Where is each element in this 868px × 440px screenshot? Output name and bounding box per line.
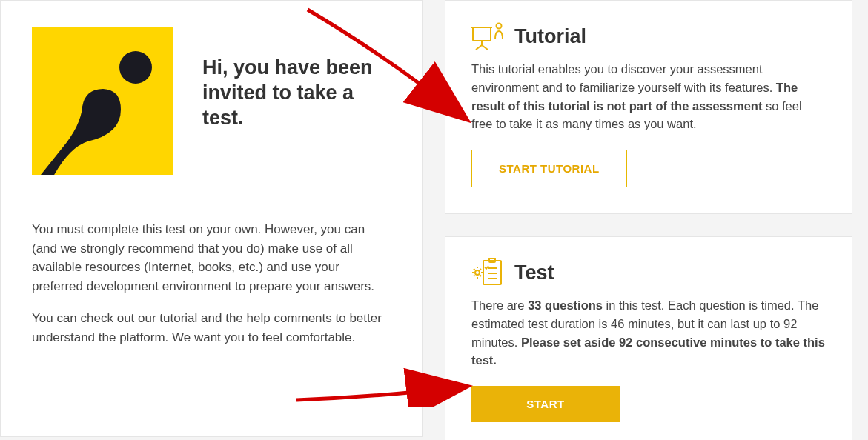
svg-line-5 [476,45,482,50]
test-desc-pre: There are [471,299,528,312]
blob-logo-icon [32,27,173,175]
test-title: Test [514,261,554,284]
svg-rect-2 [473,27,491,41]
tutorial-card: Tutorial This tutorial enables you to di… [445,0,852,214]
invitation-card: Hi, you have been invited to take a test… [0,0,423,437]
start-tutorial-button[interactable]: START TUTORIAL [471,150,627,187]
svg-line-6 [482,45,488,50]
test-questions-count: 33 questions [528,299,603,312]
presentation-icon [471,21,504,51]
svg-point-13 [475,270,480,275]
invite-paragraph-2: You can check out our tutorial and the h… [32,309,391,347]
test-reserve-bold: Please set aside 92 consecutive minutes … [471,336,825,367]
test-card: Test There are 33 questions in this test… [445,236,852,440]
svg-point-7 [497,24,502,29]
tutorial-desc-pre: This tutorial enables you to discover yo… [471,62,776,94]
checklist-gear-icon [471,258,504,287]
invite-paragraph-1: You must complete this test on your own.… [32,220,391,296]
svg-point-1 [119,51,152,84]
invite-heading: Hi, you have been invited to take a test… [202,56,391,130]
tutorial-description: This tutorial enables you to discover yo… [471,60,826,133]
brand-logo [32,27,173,175]
tutorial-title: Tutorial [514,25,586,48]
start-test-button[interactable]: START [471,386,620,422]
test-description: There are 33 questions in this test. Eac… [471,296,826,370]
